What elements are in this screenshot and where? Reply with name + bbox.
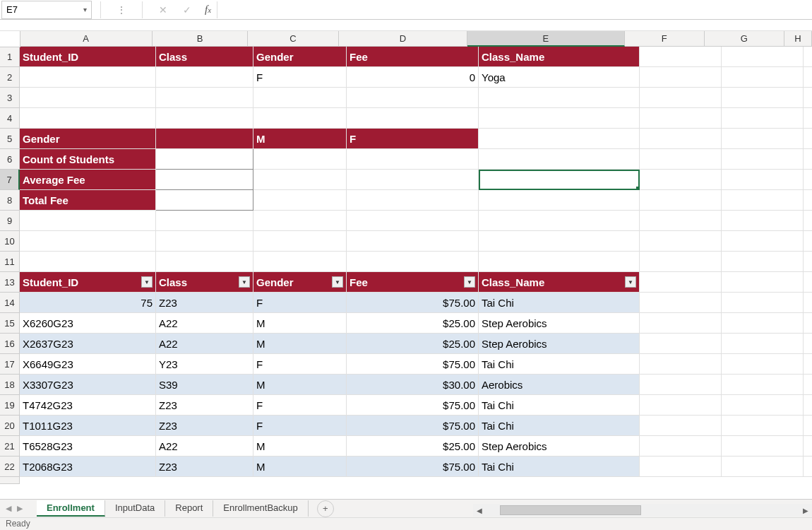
cell[interactable]: F <box>253 395 347 416</box>
spreadsheet-grid[interactable]: ABCDEFGH 1Student_IDClassGenderFeeClass_… <box>0 31 812 500</box>
row-header[interactable]: 13 <box>0 272 20 293</box>
cell[interactable]: Total Fee <box>20 190 156 211</box>
cell[interactable] <box>640 88 722 108</box>
cell[interactable] <box>20 211 156 231</box>
cell[interactable] <box>640 293 722 313</box>
column-header-B[interactable]: B <box>153 31 248 47</box>
cell[interactable] <box>722 108 804 129</box>
column-header-D[interactable]: D <box>339 31 467 47</box>
cell[interactable] <box>156 129 253 149</box>
cell[interactable] <box>804 395 812 416</box>
cell[interactable] <box>640 375 722 395</box>
cell[interactable] <box>479 231 640 252</box>
row-header[interactable]: 4 <box>0 108 20 129</box>
cell[interactable]: Y23 <box>156 354 253 375</box>
cell[interactable] <box>804 416 812 436</box>
cell[interactable] <box>347 190 479 211</box>
row-header[interactable]: 3 <box>0 88 20 108</box>
cell[interactable] <box>253 88 347 108</box>
cell[interactable] <box>804 313 812 334</box>
cell[interactable] <box>640 252 722 272</box>
cell[interactable] <box>722 375 804 395</box>
cell[interactable] <box>722 88 804 108</box>
cell[interactable] <box>640 231 722 252</box>
cell[interactable]: Tai Chi <box>479 293 640 313</box>
cell[interactable] <box>804 293 812 313</box>
cell[interactable] <box>156 252 253 272</box>
cell[interactable] <box>722 395 804 416</box>
row-header[interactable]: 2 <box>0 67 20 88</box>
filter-dropdown-icon[interactable]: ▼ <box>141 276 153 288</box>
cell[interactable]: Tai Chi <box>479 416 640 436</box>
cell[interactable] <box>804 354 812 375</box>
cell[interactable] <box>804 129 812 149</box>
row-header[interactable]: 10 <box>0 231 20 252</box>
cell[interactable]: $75.00 <box>347 395 479 416</box>
cell[interactable]: Gender <box>253 47 347 67</box>
row-header[interactable]: 6 <box>0 149 20 170</box>
row-header[interactable]: 16 <box>0 334 20 354</box>
cell[interactable] <box>640 149 722 170</box>
cell[interactable] <box>722 436 804 457</box>
formula-input[interactable] <box>217 1 812 18</box>
row-header[interactable]: 1 <box>0 47 20 67</box>
cell[interactable] <box>640 211 722 231</box>
column-header-G[interactable]: G <box>705 31 784 47</box>
cell[interactable]: Student_ID <box>20 47 156 67</box>
cell[interactable] <box>722 67 804 88</box>
cell[interactable]: F <box>253 67 347 88</box>
cell[interactable] <box>479 190 640 211</box>
cell[interactable] <box>640 190 722 211</box>
cell[interactable]: Step Aerobics <box>479 334 640 354</box>
cell[interactable]: T2068G23 <box>20 457 156 477</box>
cell[interactable] <box>640 313 722 334</box>
column-header-F[interactable]: F <box>625 31 705 47</box>
cell[interactable] <box>640 272 722 293</box>
row-header[interactable]: 8 <box>0 190 20 211</box>
cell[interactable] <box>804 67 812 88</box>
column-header-H[interactable]: H <box>784 31 812 47</box>
cell[interactable]: A22 <box>156 334 253 354</box>
cell[interactable] <box>804 375 812 395</box>
cell[interactable] <box>20 88 156 108</box>
cell[interactable]: $25.00 <box>347 313 479 334</box>
more-options-icon[interactable]: ⋮ <box>114 2 129 18</box>
cell[interactable] <box>156 211 253 231</box>
cell[interactable] <box>640 416 722 436</box>
row-header[interactable]: 22 <box>0 457 20 477</box>
cell[interactable] <box>640 170 722 190</box>
cell[interactable]: Average Fee <box>20 170 156 190</box>
cell[interactable] <box>253 211 347 231</box>
cell[interactable] <box>804 252 812 272</box>
cell[interactable] <box>347 211 479 231</box>
cell[interactable] <box>20 231 156 252</box>
cell[interactable]: Yoga <box>479 67 640 88</box>
cell[interactable] <box>156 88 253 108</box>
cell[interactable]: Class_Name▼ <box>479 272 640 293</box>
cell[interactable] <box>804 88 812 108</box>
cell[interactable] <box>347 231 479 252</box>
cell[interactable] <box>722 149 804 170</box>
column-header-E[interactable]: E <box>467 31 624 47</box>
cell[interactable]: Tai Chi <box>479 354 640 375</box>
sheet-tab[interactable]: EnrollmentBackup <box>213 500 309 517</box>
cell[interactable] <box>722 129 804 149</box>
cell[interactable] <box>479 108 640 129</box>
cell[interactable] <box>156 108 253 129</box>
cell[interactable]: Z23 <box>156 416 253 436</box>
cell[interactable] <box>722 170 804 190</box>
sheet-tab[interactable]: Report <box>165 500 213 517</box>
row-header[interactable]: 11 <box>0 252 20 272</box>
cell[interactable] <box>722 47 804 67</box>
cell[interactable] <box>640 395 722 416</box>
cell[interactable] <box>804 149 812 170</box>
cell[interactable] <box>479 88 640 108</box>
cell[interactable]: $75.00 <box>347 416 479 436</box>
cell[interactable]: $25.00 <box>347 334 479 354</box>
cell[interactable] <box>347 170 479 190</box>
cell[interactable]: $75.00 <box>347 457 479 477</box>
cell[interactable] <box>156 231 253 252</box>
cell[interactable]: Class▼ <box>156 272 253 293</box>
tab-nav-prev-icon[interactable]: ◀ <box>6 504 11 513</box>
cell[interactable]: Tai Chi <box>479 395 640 416</box>
